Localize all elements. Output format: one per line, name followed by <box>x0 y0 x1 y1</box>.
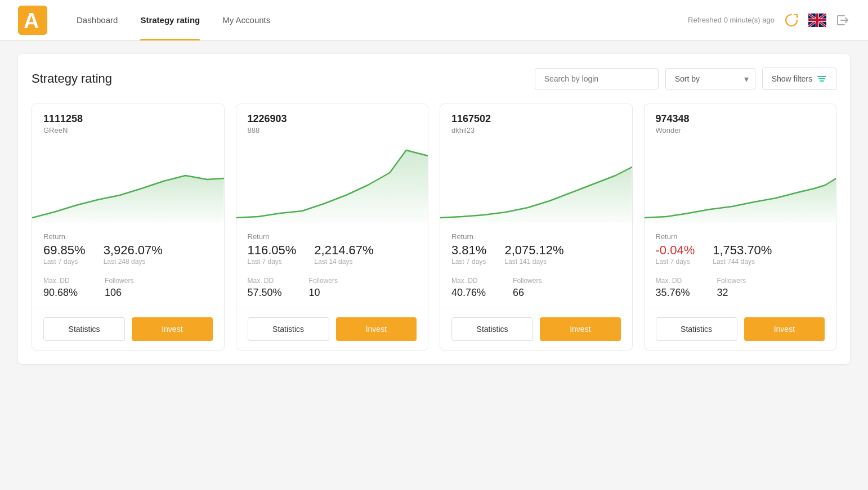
nav-strategy-rating[interactable]: Strategy rating <box>129 0 211 41</box>
return-total-group: 3,926.07% Last 248 days <box>104 243 163 266</box>
followers-label: Followers <box>717 277 746 285</box>
return-total-group: 2,214.67% Last 14 days <box>314 243 373 266</box>
main-nav: Dashboard Strategy rating My Accounts <box>65 0 281 40</box>
card-actions: Statistics Invest <box>236 308 428 350</box>
max-dd-group: Max. DD 90.68% <box>43 277 78 299</box>
strategy-card: 1226903 888 Return 116.05% Last 7 days <box>236 104 429 350</box>
followers-label: Followers <box>309 277 338 285</box>
return-7d-period: Last 7 days <box>248 258 297 266</box>
return-label: Return <box>451 232 621 241</box>
card-actions: Statistics Invest <box>645 308 836 350</box>
strategy-card: 1167502 dkhil23 Return 3.81% Last 7 days <box>440 104 633 350</box>
strategy-rating-section: Strategy rating Sort by Show filters <box>18 54 850 364</box>
return-label: Return <box>43 232 213 241</box>
section-controls: Sort by Show filters <box>535 68 836 90</box>
return-7d-group: -0.04% Last 7 days <box>656 243 695 266</box>
nav-dashboard[interactable]: Dashboard <box>65 0 129 41</box>
svg-marker-9 <box>645 178 836 223</box>
followers-value: 32 <box>717 287 746 299</box>
followers-label: Followers <box>105 277 133 285</box>
invest-button[interactable]: Invest <box>540 317 620 341</box>
max-dd-label: Max. DD <box>43 277 78 285</box>
followers-group: Followers 32 <box>717 277 746 299</box>
strategy-card: 1111258 GReeN Return 69.85% Last 7 days <box>32 104 225 350</box>
stats-row: Max. DD 57.50% Followers 10 <box>248 277 417 299</box>
invest-button[interactable]: Invest <box>132 317 212 341</box>
return-7d-period: Last 7 days <box>43 258 86 266</box>
show-filters-button[interactable]: Show filters <box>762 68 836 90</box>
return-7d-group: 3.81% Last 7 days <box>451 243 486 266</box>
statistics-button[interactable]: Statistics <box>43 317 125 341</box>
card-header: 1167502 dkhil23 <box>440 104 632 139</box>
followers-group: Followers 10 <box>309 277 338 299</box>
statistics-button[interactable]: Statistics <box>248 317 329 341</box>
card-header: 1226903 888 <box>236 104 428 139</box>
stats-row: Max. DD 90.68% Followers 106 <box>43 277 213 299</box>
max-dd-value: 57.50% <box>248 287 282 299</box>
card-header: 1111258 GReeN <box>32 104 224 139</box>
card-header: 974348 Wonder <box>645 104 836 139</box>
svg-marker-6 <box>32 176 224 223</box>
card-chart <box>236 139 428 223</box>
search-input[interactable] <box>535 68 659 89</box>
max-dd-group: Max. DD 35.76% <box>656 277 690 299</box>
max-dd-label: Max. DD <box>451 277 486 285</box>
card-id: 1167502 <box>451 113 621 125</box>
max-dd-value: 40.76% <box>451 287 486 299</box>
card-actions: Statistics Invest <box>32 308 224 350</box>
card-stats: Return 3.81% Last 7 days 2,075.12% Last … <box>440 223 632 308</box>
max-dd-value: 35.76% <box>656 287 690 299</box>
return-total-value: 3,926.07% <box>104 243 163 258</box>
card-id: 974348 <box>656 113 825 125</box>
language-flag[interactable] <box>808 14 826 27</box>
sort-select[interactable]: Sort by <box>665 68 755 89</box>
logout-icon[interactable] <box>835 13 850 28</box>
header: A Dashboard Strategy rating My Accounts … <box>0 0 868 41</box>
card-stats: Return 69.85% Last 7 days 3,926.07% Last… <box>32 223 224 308</box>
return-values: 116.05% Last 7 days 2,214.67% Last 14 da… <box>248 243 417 266</box>
return-7d-period: Last 7 days <box>451 258 486 266</box>
card-chart <box>645 139 836 223</box>
followers-value: 106 <box>105 287 133 299</box>
followers-value: 66 <box>513 287 542 299</box>
followers-label: Followers <box>513 277 542 285</box>
sort-wrapper: Sort by <box>665 68 755 89</box>
return-total-period: Last 248 days <box>104 258 163 266</box>
cards-grid: 1111258 GReeN Return 69.85% Last 7 days <box>32 104 836 350</box>
header-right: Refreshed 0 minute(s) ago <box>688 12 850 28</box>
return-7d-value: 116.05% <box>248 243 297 258</box>
statistics-button[interactable]: Statistics <box>656 317 737 341</box>
statistics-button[interactable]: Statistics <box>451 317 533 341</box>
card-stats: Return -0.04% Last 7 days 1,753.70% Last… <box>645 223 836 308</box>
nav-my-accounts[interactable]: My Accounts <box>211 0 281 41</box>
max-dd-label: Max. DD <box>248 277 282 285</box>
logo[interactable]: A <box>18 6 47 35</box>
return-values: -0.04% Last 7 days 1,753.70% Last 744 da… <box>656 243 825 266</box>
return-total-value: 2,075.12% <box>504 243 563 258</box>
card-id: 1226903 <box>248 113 417 125</box>
return-7d-value: 69.85% <box>43 243 86 258</box>
card-name: GReeN <box>43 126 213 134</box>
card-chart <box>440 139 632 223</box>
svg-marker-8 <box>440 167 632 223</box>
invest-button[interactable]: Invest <box>336 317 417 341</box>
return-7d-value: -0.04% <box>656 243 695 258</box>
max-dd-group: Max. DD 40.76% <box>451 277 486 299</box>
return-total-period: Last 141 days <box>504 258 563 266</box>
return-7d-group: 116.05% Last 7 days <box>248 243 297 266</box>
max-dd-label: Max. DD <box>656 277 690 285</box>
return-total-group: 1,753.70% Last 744 days <box>713 243 772 266</box>
card-actions: Statistics Invest <box>440 308 632 350</box>
main-content: Strategy rating Sort by Show filters <box>0 41 868 377</box>
followers-group: Followers 66 <box>513 277 542 299</box>
refresh-icon[interactable] <box>784 12 799 28</box>
invest-button[interactable]: Invest <box>744 317 825 341</box>
card-name: 888 <box>248 126 417 134</box>
card-id: 1111258 <box>43 113 213 125</box>
stats-row: Max. DD 35.76% Followers 32 <box>656 277 825 299</box>
card-stats: Return 116.05% Last 7 days 2,214.67% Las… <box>236 223 428 308</box>
stats-row: Max. DD 40.76% Followers 66 <box>451 277 621 299</box>
return-7d-group: 69.85% Last 7 days <box>43 243 86 266</box>
return-values: 3.81% Last 7 days 2,075.12% Last 141 day… <box>451 243 621 266</box>
return-7d-period: Last 7 days <box>656 258 695 266</box>
